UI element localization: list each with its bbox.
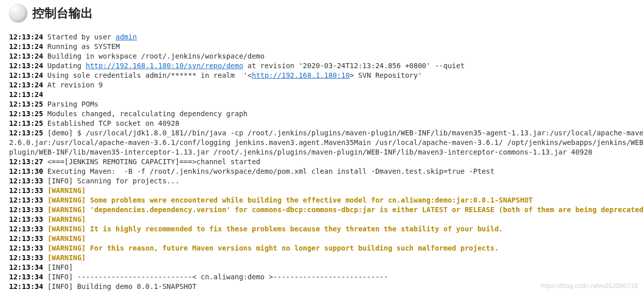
console-line: 12:13:27 <===[JENKINS REMOTING CAPACITY]… xyxy=(9,157,644,167)
timestamp: 12:13:24 xyxy=(9,90,43,98)
timestamp: 12:13:24 xyxy=(9,81,43,89)
console-text: > SVN Repository' xyxy=(350,71,422,79)
warning-tag: [WARNING] xyxy=(47,206,86,214)
console-text: [INFO] Scanning for projects... xyxy=(43,177,179,185)
console-line: 12:13:33 [WARNING] xyxy=(9,234,644,243)
warning-text: It is highly recommended to fix these pr… xyxy=(86,225,503,233)
page-header: 控制台输出 xyxy=(9,4,644,22)
console-text: [INFO] ---------------------------< cn.a… xyxy=(43,273,388,281)
console-line: 12:13:25 Established TCP socket on 40928 xyxy=(9,119,644,128)
warning-tag: [WARNING] xyxy=(47,234,86,242)
timestamp: 12:13:25 xyxy=(9,110,43,118)
timestamp: 12:13:33 xyxy=(9,215,43,223)
warning-text: 'dependencies.dependency.version' for co… xyxy=(86,206,644,214)
console-text xyxy=(43,254,47,262)
console-text: Building in workspace /root/.jenkins/wor… xyxy=(43,52,264,60)
console-line: 12:13:24 Running as SYSTEM xyxy=(9,42,644,52)
warning-text: Some problems were encountered while bui… xyxy=(86,196,533,204)
console-text xyxy=(43,215,47,223)
console-line: 12:13:24 Building in workspace /root/.je… xyxy=(9,52,644,61)
timestamp: 12:13:24 xyxy=(9,42,43,51)
timestamp: 12:13:34 xyxy=(9,273,43,281)
console-output: 12:13:24 Started by user admin12:13:24 R… xyxy=(9,32,644,291)
console-text: [INFO] xyxy=(43,263,73,271)
console-text xyxy=(43,225,47,233)
console-line: 12:13:30 Executing Maven: -B -f /root/.j… xyxy=(9,167,644,176)
timestamp: 12:13:34 xyxy=(9,263,43,271)
console-text: <===[JENKINS REMOTING CAPACITY]===>chann… xyxy=(43,158,260,166)
timestamp: 12:13:33 xyxy=(9,225,43,233)
warning-tag: [WARNING] xyxy=(47,254,86,262)
warning-tag: [WARNING] xyxy=(47,244,86,252)
console-text: [demo] $ /usr/local/jdk1.8.0_181//bin/ja… xyxy=(43,129,644,137)
timestamp: 12:13:34 xyxy=(9,282,43,290)
console-line: 12:13:34 [INFO] ------------------------… xyxy=(9,272,644,282)
console-line: 12:13:33 [WARNING] xyxy=(9,186,644,195)
warning-tag: [WARNING] xyxy=(47,196,86,204)
timestamp: 12:13:24 xyxy=(9,52,43,60)
console-text: Modules changed, recalculating dependenc… xyxy=(43,110,247,118)
timestamp: 12:13:33 xyxy=(9,206,43,214)
warning-tag: [WARNING] xyxy=(47,215,86,223)
timestamp: 12:13:24 xyxy=(9,62,43,70)
console-text: Running as SYSTEM xyxy=(43,42,120,51)
console-text: Parsing POMs xyxy=(43,100,98,108)
console-text xyxy=(43,186,47,194)
console-line: plugin/WEB-INF/lib/maven35-interceptor-1… xyxy=(9,147,644,157)
timestamp: 12:13:33 xyxy=(9,186,43,194)
timestamp: 12:13:33 xyxy=(9,196,43,204)
console-line: 12:13:24 Updating http://192.168.1.180:1… xyxy=(9,61,644,71)
console-text: Using sole credentials admin/****** in r… xyxy=(43,71,252,79)
console-line: 12:13:24 Using sole credentials admin/**… xyxy=(9,71,644,80)
console-line: 12:13:33 [WARNING] It is highly recommen… xyxy=(9,224,644,234)
console-line: 12:13:33 [WARNING] 'dependencies.depende… xyxy=(9,205,644,215)
console-text: Established TCP socket on 40928 xyxy=(43,119,179,127)
console-link[interactable]: http://192.168.1.180:10 xyxy=(252,71,350,79)
timestamp: 12:13:33 xyxy=(9,244,43,252)
timestamp: 12:13:27 xyxy=(9,158,43,166)
warning-text: For this reason, future Maven versions m… xyxy=(86,244,499,252)
timestamp: 12:13:24 xyxy=(9,33,43,41)
console-text: At revision 9 xyxy=(43,81,103,89)
timestamp: 12:13:33 xyxy=(9,254,43,262)
warning-tag: [WARNING] xyxy=(47,225,86,233)
console-line: 12:13:24 xyxy=(9,90,644,100)
timestamp: 12:13:33 xyxy=(9,177,43,185)
build-status-icon xyxy=(9,4,27,22)
timestamp: 12:13:25 xyxy=(9,129,43,137)
console-text: Updating xyxy=(43,62,85,70)
console-text: Executing Maven: -B -f /root/.jenkins/wo… xyxy=(43,167,494,175)
console-text xyxy=(43,234,47,242)
page-title: 控制台输出 xyxy=(32,5,93,21)
console-text xyxy=(43,196,47,204)
timestamp: 12:13:25 xyxy=(9,119,43,127)
warning-tag: [WARNING] xyxy=(47,186,86,194)
console-text: plugin/WEB-INF/lib/maven35-interceptor-1… xyxy=(9,148,592,156)
console-line: 12:13:34 [INFO] xyxy=(9,263,644,272)
watermark-text: https://blog.csdn.net/u012590718 xyxy=(541,282,638,289)
console-line: 12:13:25 Modules changed, recalculating … xyxy=(9,109,644,119)
console-line: 12:13:33 [WARNING] xyxy=(9,253,644,263)
console-line: 12:13:33 [WARNING] Some problems were en… xyxy=(9,195,644,205)
console-text: Started by user xyxy=(43,33,115,41)
console-line: 12:13:24 At revision 9 xyxy=(9,80,644,90)
console-line: 12:13:25 Parsing POMs xyxy=(9,100,644,109)
console-line: 12:13:25 [demo] $ /usr/local/jdk1.8.0_18… xyxy=(9,128,644,138)
console-text: [INFO] Building demo 0.0.1-SNAPSHOT xyxy=(43,282,196,290)
console-link[interactable]: http://192.168.1.180:10/svn/repo/demo xyxy=(86,62,243,70)
timestamp: 12:13:33 xyxy=(9,234,43,242)
console-line: 2.6.0.jar:/usr/local/apache-maven-3.6.1/… xyxy=(9,138,644,147)
console-line: 12:13:33 [WARNING] xyxy=(9,215,644,224)
console-text xyxy=(43,244,47,252)
console-text: at revision '2020-03-24T12:13:24.856 +08… xyxy=(243,62,465,70)
console-line: 12:13:33 [WARNING] For this reason, futu… xyxy=(9,243,644,253)
timestamp: 12:13:30 xyxy=(9,167,43,175)
timestamp: 12:13:24 xyxy=(9,71,43,79)
console-text xyxy=(43,206,47,214)
console-line: 12:13:24 Started by user admin xyxy=(9,32,644,42)
console-link[interactable]: admin xyxy=(116,33,137,41)
timestamp: 12:13:25 xyxy=(9,100,43,108)
console-text: 2.6.0.jar:/usr/local/apache-maven-3.6.1/… xyxy=(9,138,644,146)
console-line: 12:13:33 [INFO] Scanning for projects... xyxy=(9,176,644,186)
